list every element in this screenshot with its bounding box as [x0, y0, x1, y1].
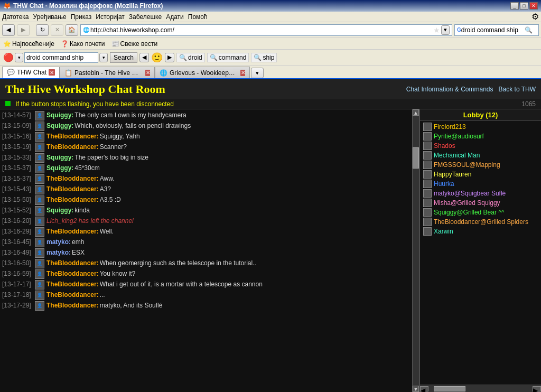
scroll-down-arrow[interactable]: ▼	[413, 386, 419, 392]
user-list-item[interactable]: HappyTauren	[420, 170, 541, 179]
message-row: [13-15-50]👤TheBlooddancer: A3.5 :D	[0, 195, 412, 206]
menu-view[interactable]: Приказ	[71, 13, 92, 21]
bookmark-news[interactable]: 📰 Свеже вести	[111, 40, 158, 48]
status-bar: If the button stops flashing, you have b…	[0, 99, 541, 109]
message-text: Scanner?	[100, 143, 127, 152]
keyword-dropdown-button[interactable]: ▾	[15, 53, 23, 62]
new-tab-button[interactable]: ▾	[251, 68, 264, 78]
message-time: [13-17-18]	[2, 291, 33, 300]
message-row: [13-16-20]👤Lich_king2 has left the chann…	[0, 216, 412, 227]
hscroll-thumb[interactable]	[434, 386, 465, 391]
tab-wookiepedia[interactable]: 🌐 Grievous - Wookieepedia, the Star War.…	[155, 67, 250, 78]
message-author: Squiggy:	[46, 206, 73, 215]
user-list-item[interactable]: FMGSSOUL@Mapping	[420, 160, 541, 170]
message-text: 45*30cm	[74, 164, 99, 173]
back-button[interactable]: ◀	[2, 24, 15, 36]
user-list-item[interactable]: Firelord213	[420, 122, 541, 132]
chat-info-link[interactable]: Chat Information & Commands	[406, 86, 493, 93]
star-icon: ⭐	[3, 40, 11, 48]
messages-scrollbar[interactable]: ▲ ▼	[412, 109, 419, 392]
stop-button[interactable]: ✕	[51, 24, 63, 36]
url-bar[interactable]: 🌐 ★ ▾	[80, 24, 452, 36]
search-prev-button[interactable]: ◀	[139, 53, 149, 62]
search-next-button[interactable]: ▶	[165, 53, 174, 62]
back-to-thw-link[interactable]: Back to THW	[499, 86, 536, 93]
nav-bar: ◀ ▶ ↻ ✕ 🏠 🌐 ★ ▾ G 🔍	[0, 22, 541, 38]
search-input[interactable]	[461, 26, 525, 34]
home-button[interactable]: 🏠	[66, 24, 78, 36]
message-time: [13-16-45]	[2, 238, 33, 247]
url-dropdown-button[interactable]: ▾	[441, 25, 450, 35]
user-list-item[interactable]: Mechanical Man	[420, 151, 541, 160]
message-avatar: 👤	[35, 238, 44, 247]
maximize-button[interactable]: □	[520, 2, 528, 10]
user-name: Misha@Grilled Squiggy	[434, 199, 500, 207]
keyword-pill-droid[interactable]: 🔍 droid	[176, 53, 205, 62]
message-time: [13-15-37]	[2, 164, 33, 173]
messages-area[interactable]: [13-14-57]👤Squiggy: The only cam I own i…	[0, 109, 412, 392]
user-list-item[interactable]: Pyritie@audiosurf	[420, 132, 541, 141]
messages-list: [13-14-57]👤Squiggy: The only cam I own i…	[0, 109, 412, 312]
magnify-icon3: 🔍	[254, 54, 262, 61]
user-list-item[interactable]: Misha@Grilled Squiggy	[420, 198, 541, 208]
message-author: TheBlooddancer:	[46, 280, 99, 289]
user-list-item[interactable]: Xarwin	[420, 227, 541, 236]
scroll-thumb[interactable]	[413, 147, 419, 169]
user-name: Xarwin	[434, 228, 453, 235]
keyword-input[interactable]	[24, 52, 98, 63]
user-list-item[interactable]: Shados	[420, 141, 541, 151]
reload-button[interactable]: ↻	[36, 24, 49, 36]
message-time: [13-15-19]	[2, 143, 33, 152]
bookmark-star-icon[interactable]: ★	[433, 26, 440, 34]
bookmark-most-visited[interactable]: ⭐ Најпосећеније	[3, 40, 54, 48]
message-author: Squiggy:	[46, 153, 73, 162]
keyword-input-dropdown[interactable]: ▾	[99, 53, 108, 62]
user-avatar	[423, 208, 432, 217]
keyword-pill-ship[interactable]: 🔍 ship	[251, 53, 277, 62]
forward-button[interactable]: ▶	[17, 24, 30, 36]
minimize-button[interactable]: _	[510, 2, 519, 10]
menu-file[interactable]: Датотека	[2, 13, 29, 21]
window-controls[interactable]: _ □ ✕	[510, 2, 538, 10]
user-hscroll[interactable]: ◀ ▶	[420, 385, 541, 392]
message-avatar: 👤	[35, 269, 44, 279]
help-icon: ❓	[61, 40, 69, 48]
message-author: TheBlooddancer:	[46, 291, 99, 300]
chat-body: [13-14-57]👤Squiggy: The only cam I own i…	[0, 109, 541, 392]
menu-edit[interactable]: Уређивање	[33, 13, 67, 21]
message-text: kinda	[74, 206, 90, 215]
tab-thw-chat[interactable]: 💬 THW Chat ✕	[2, 67, 60, 78]
message-text: ESX	[72, 248, 85, 257]
message-author: TheBlooddancer:	[46, 269, 99, 278]
keyword-pill-command[interactable]: 🔍 command	[207, 53, 249, 62]
user-items: Firelord213Pyritie@audiosurfShadosMechan…	[420, 121, 541, 385]
menu-addons[interactable]: Адати	[166, 13, 184, 21]
tab-close-wookie[interactable]: ✕	[240, 70, 245, 76]
user-avatar	[423, 199, 432, 207]
user-list-item[interactable]: Huurka	[420, 179, 541, 189]
message-avatar: 👤	[35, 111, 44, 120]
user-list-item[interactable]: Squiggy@Grilled Bear ^^	[420, 208, 541, 217]
bookmark-get-started[interactable]: ❓ Како почети	[61, 40, 105, 48]
tab-close-pastebin[interactable]: ✕	[145, 70, 150, 76]
hscroll-left-arrow[interactable]: ◀	[420, 386, 428, 391]
user-list-item[interactable]: TheBlooddancer@Grilled Spiders	[420, 217, 541, 227]
message-avatar: 👤	[35, 122, 44, 131]
user-list-item[interactable]: matyko@Squigbear Suflé	[420, 189, 541, 198]
message-text: What i get out of it, is a mortar with a…	[100, 280, 263, 289]
message-author: TheBlooddancer:	[46, 259, 99, 268]
chat-header: The Hive Workshop Chat Room Chat Informa…	[0, 79, 541, 99]
menu-history[interactable]: Историјат	[96, 13, 125, 21]
tab-pastebin[interactable]: 📋 Pastebin - The Hive Workshop - Warcra.…	[60, 67, 155, 78]
tab-close-thw[interactable]: ✕	[49, 69, 55, 76]
message-time: [13-15-09]	[2, 122, 33, 130]
hscroll-right-arrow[interactable]: ▶	[533, 386, 541, 391]
search-button[interactable]: Search	[110, 52, 137, 63]
url-input[interactable]	[90, 26, 432, 34]
search-submit-button[interactable]: 🔍	[525, 26, 533, 34]
menu-help[interactable]: Помоћ	[188, 13, 208, 21]
message-row: [13-16-29]👤TheBlooddancer: Well.	[0, 227, 412, 237]
close-button[interactable]: ✕	[529, 2, 538, 10]
menu-bookmarks[interactable]: Забелешке	[129, 13, 162, 21]
scroll-up-arrow[interactable]: ▲	[413, 109, 419, 116]
